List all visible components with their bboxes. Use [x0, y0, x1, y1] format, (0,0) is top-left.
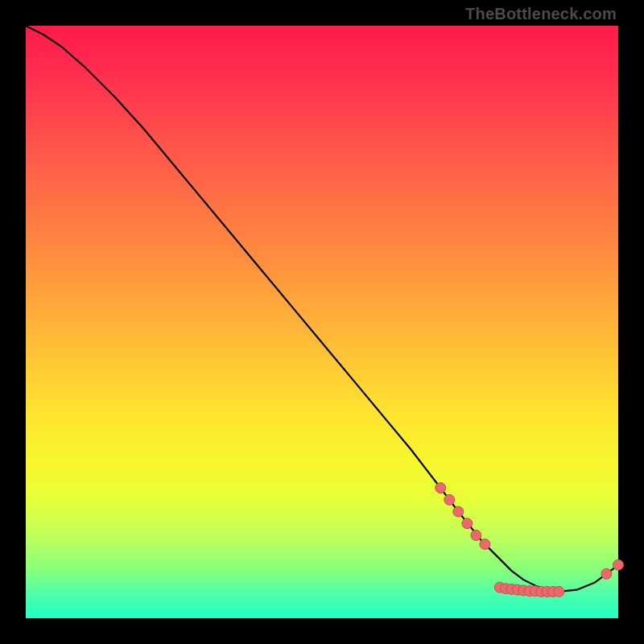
- chart-stage: { "watermark": "TheBottleneck.com", "col…: [0, 0, 644, 644]
- data-marker: [480, 539, 490, 550]
- watermark-label: TheBottleneck.com: [465, 5, 617, 23]
- data-marker: [471, 530, 481, 540]
- data-marker: [462, 518, 473, 529]
- chart-overlay: [26, 26, 618, 618]
- data-marker: [554, 586, 564, 597]
- data-marker: [453, 506, 464, 517]
- bottleneck-curve: [26, 26, 618, 592]
- data-marker: [436, 483, 446, 493]
- marker-group: [436, 483, 624, 597]
- data-marker: [601, 568, 612, 579]
- data-marker: [444, 494, 455, 505]
- data-marker: [613, 559, 624, 570]
